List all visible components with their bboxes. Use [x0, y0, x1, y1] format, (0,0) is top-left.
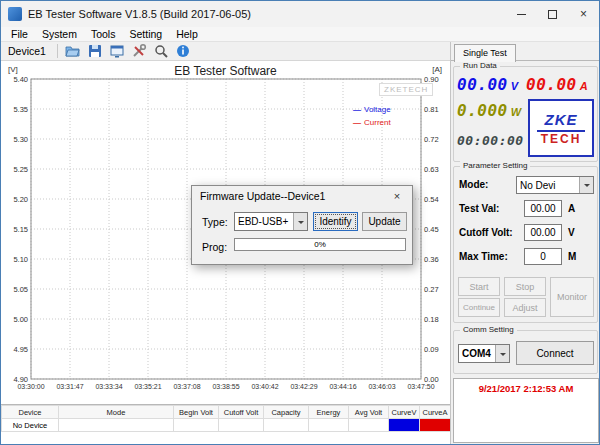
- x-tick-label: 03:35:21: [134, 383, 161, 390]
- right-panel: Single Test Run Data 00.00V 00.00A 0.000…: [450, 42, 600, 445]
- firmware-update-dialog: Firmware Update--Device1 × Type: EBD-USB…: [191, 185, 413, 265]
- col-device: Device: [2, 406, 59, 419]
- close-button[interactable]: ×: [568, 1, 599, 27]
- left-tick-label: 5.00: [13, 315, 28, 324]
- current-unit: A: [580, 80, 588, 92]
- left-tick-label: 5.30: [13, 135, 28, 144]
- legend-current: —Current: [353, 116, 391, 129]
- com-port-select[interactable]: COM4: [458, 344, 510, 363]
- cutoff-volt-label: Cutoff Volt:: [459, 227, 513, 238]
- menu-tools[interactable]: Tools: [84, 27, 123, 41]
- firmware-type-value: EBD-USB+: [235, 216, 293, 227]
- open-file-button[interactable]: [63, 43, 83, 60]
- table-cell: [309, 419, 349, 432]
- menu-system[interactable]: System: [35, 27, 84, 41]
- right-tick-label: 0.00: [424, 375, 439, 384]
- col-begin-volt: Begin Volt: [174, 406, 219, 419]
- left-tick-label: 5.05: [13, 285, 28, 294]
- table-cell: [264, 419, 309, 432]
- x-tick-label: 03:37:08: [173, 383, 200, 390]
- cutoff-volt-unit: V: [568, 227, 575, 238]
- save-icon: [87, 43, 103, 59]
- logo-line2: TECH: [537, 130, 586, 146]
- right-tick-label: 0.36: [424, 255, 439, 264]
- col-avg-volt: Avg Volt: [349, 406, 389, 419]
- dialog-title: Firmware Update--Device1: [200, 190, 325, 202]
- voltage-unit: V: [511, 80, 518, 92]
- right-tick-label: 0.09: [424, 345, 439, 354]
- mode-select[interactable]: No Devi: [516, 176, 594, 194]
- chevron-down-icon: [293, 213, 307, 230]
- cutoff-volt-input[interactable]: [524, 224, 562, 241]
- right-tick-label: 0.27: [424, 285, 439, 294]
- col-curvev: CurveV: [389, 406, 420, 419]
- app-icon: [8, 7, 22, 21]
- toolbar: Device1: [1, 42, 450, 60]
- update-button[interactable]: Update: [362, 212, 407, 231]
- info-button[interactable]: [173, 43, 193, 60]
- table-row[interactable]: No Device: [2, 419, 451, 432]
- connect-button[interactable]: Connect: [516, 341, 594, 365]
- right-tick-label: 0.54: [424, 195, 439, 204]
- test-val-input[interactable]: [524, 200, 562, 217]
- identify-button[interactable]: Identify: [313, 212, 358, 231]
- tools-icon: [131, 43, 147, 59]
- adjust-button[interactable]: Adjust: [504, 298, 546, 317]
- legend-voltage: —Voltage: [353, 103, 391, 116]
- continue-button[interactable]: Continue: [458, 298, 500, 317]
- x-tick-label: 03:31:47: [56, 383, 83, 390]
- device-window-icon: [109, 43, 125, 59]
- maximize-button[interactable]: [537, 1, 568, 27]
- minimize-button[interactable]: [506, 1, 537, 27]
- datetime-display: 9/21/2017 2:12:53 AM: [453, 378, 599, 443]
- left-tick-label: 5.20: [13, 195, 28, 204]
- start-button[interactable]: Start: [458, 277, 500, 296]
- table-cell: No Device: [2, 419, 59, 432]
- com-port-value: COM4: [459, 348, 495, 359]
- power-unit: W: [511, 106, 521, 118]
- left-tick-label: 5.15: [13, 225, 28, 234]
- firmware-type-select[interactable]: EBD-USB+: [234, 212, 308, 231]
- mode-value: No Devi: [517, 180, 579, 191]
- right-tick-label: 0.18: [424, 315, 439, 324]
- x-tick-label: 03:38:55: [212, 383, 239, 390]
- time-display: 00:00:00: [457, 133, 524, 148]
- comm-setting-group: Comm Setting COM4 Connect: [453, 330, 598, 374]
- x-tick-label: 03:40:42: [251, 383, 278, 390]
- tab-single-test[interactable]: Single Test: [454, 44, 516, 62]
- zoom-button[interactable]: [151, 43, 171, 60]
- voltage-value: 00.00: [457, 75, 508, 94]
- time-value: 00:00:00: [457, 133, 524, 148]
- max-time-input[interactable]: [524, 248, 562, 265]
- max-time-unit: M: [568, 251, 576, 262]
- power-value: 0.000: [457, 101, 508, 120]
- toolbar-separator: [57, 44, 58, 58]
- current-display: 00.00A: [526, 75, 588, 94]
- title-bar: EB Tester Software V1.8.5 (Build 2017-06…: [1, 1, 599, 27]
- menu-setting[interactable]: Setting: [122, 27, 169, 41]
- curve-color-swatch: [389, 419, 420, 432]
- tools-button[interactable]: [129, 43, 149, 60]
- col-curvea: CurveA: [420, 406, 451, 419]
- close-icon: ×: [580, 7, 587, 21]
- zketech-logo: ZKE TECH: [528, 99, 594, 157]
- menu-help[interactable]: Help: [169, 27, 205, 41]
- results-table: DeviceModeBegin VoltCutoff VoltCapacityE…: [1, 405, 451, 432]
- col-mode: Mode: [59, 406, 174, 419]
- stop-button[interactable]: Stop: [504, 277, 546, 296]
- device-window-button[interactable]: [107, 43, 127, 60]
- right-tick-label: 0.81: [424, 105, 439, 114]
- monitor-button[interactable]: Monitor: [550, 277, 594, 317]
- maximize-icon: [548, 10, 557, 19]
- device-selector[interactable]: Device1: [4, 44, 52, 58]
- menu-file[interactable]: File: [4, 27, 35, 41]
- menu-bar: FileSystemToolsSettingHelp: [1, 27, 599, 42]
- left-tick-label: 5.10: [13, 255, 28, 264]
- type-label: Type:: [202, 216, 228, 228]
- left-tick-label: 5.40: [13, 75, 28, 84]
- save-button[interactable]: [85, 43, 105, 60]
- table-cell: [219, 419, 264, 432]
- zketech-watermark: ZKETECH: [379, 83, 433, 96]
- app-window: EB Tester Software V1.8.5 (Build 2017-06…: [0, 0, 600, 445]
- dialog-close-button[interactable]: ×: [382, 186, 412, 206]
